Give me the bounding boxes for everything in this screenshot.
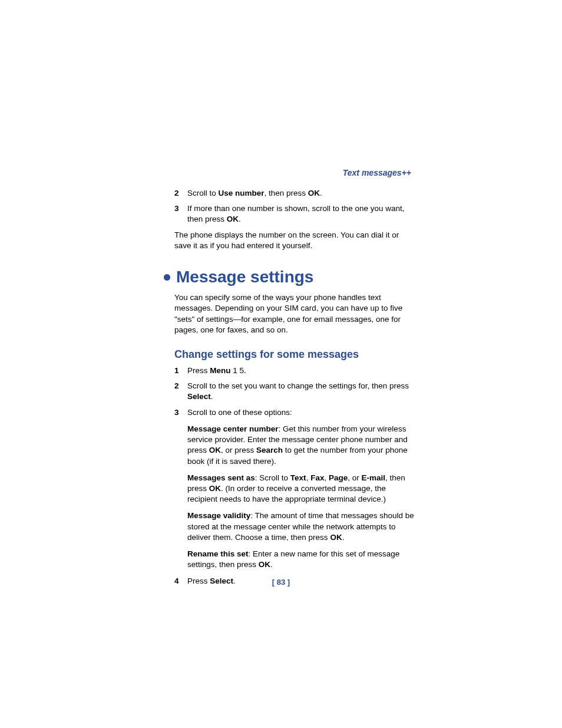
step-text: Press Menu 1 5.	[187, 365, 415, 376]
page-number: [ 83 ]	[0, 578, 562, 587]
list-item: 2 Scroll to the set you want to change t…	[164, 381, 415, 402]
step-number: 3	[174, 203, 187, 225]
section-heading: Message settings	[176, 268, 313, 286]
option-paragraph: Message center number: Get this number f…	[187, 424, 415, 467]
running-header: Text messages++	[164, 168, 415, 177]
step-number: 3	[174, 407, 187, 418]
step-text: Scroll to one of these options:	[187, 407, 415, 418]
option-paragraph: Messages sent as: Scroll to Text, Fax, P…	[187, 473, 415, 505]
step-text: Scroll to Use number, then press OK.	[187, 188, 415, 199]
step-text: Scroll to the set you want to change the…	[187, 381, 415, 402]
step-text: If more than one number is shown, scroll…	[187, 203, 415, 225]
document-page: Text messages++ 2 Scroll to Use number, …	[0, 0, 562, 728]
body-paragraph: You can specify some of the ways your ph…	[174, 292, 415, 335]
bullet-icon	[164, 274, 170, 281]
list-item: 3 If more than one number is shown, scro…	[164, 203, 415, 225]
option-paragraph: Message validity: The amount of time tha…	[187, 510, 415, 543]
option-paragraph: Rename this set: Enter a new name for th…	[187, 549, 415, 570]
list-item: 1 Press Menu 1 5.	[164, 365, 415, 376]
step-number: 2	[174, 381, 187, 402]
subsection-heading: Change settings for some messages	[174, 348, 415, 361]
section-heading-row: Message settings	[164, 268, 415, 286]
list-item: 3 Scroll to one of these options:	[164, 407, 415, 418]
body-paragraph: The phone displays the number on the scr…	[174, 230, 415, 251]
step-number: 2	[174, 188, 187, 199]
list-item: 2 Scroll to Use number, then press OK.	[164, 188, 415, 199]
step-number: 1	[174, 365, 187, 376]
